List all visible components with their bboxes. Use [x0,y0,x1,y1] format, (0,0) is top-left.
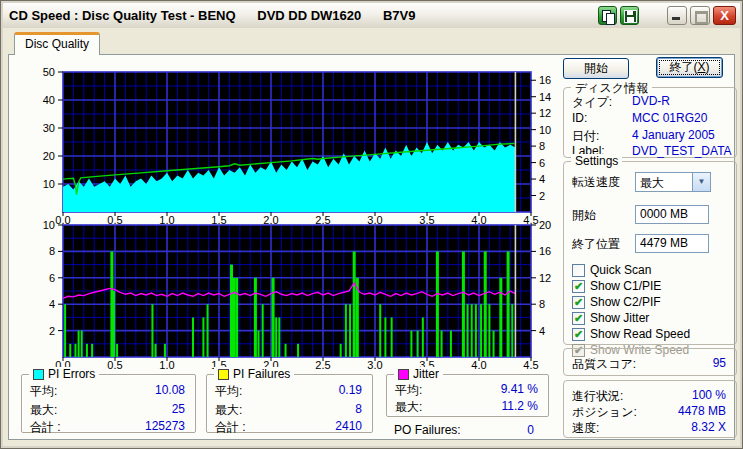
pi-errors-caption: PI Errors [48,367,95,381]
jitter-panel: Jitter 平均:9.41 % 最大:11.2 % [386,374,549,417]
start-button[interactable]: 開始 [563,58,629,79]
svg-text:16: 16 [539,74,551,86]
svg-text:20: 20 [539,221,551,231]
disc-info-panel: ディスク情報 タイプ:DVD-R ID:MCC 01RG20 日付:4 Janu… [563,87,737,158]
svg-text:4: 4 [539,325,545,337]
pi-failures-caption: PI Failures [233,367,290,381]
checkbox-label: Show C1/PIE [590,279,661,293]
save-button[interactable] [620,6,639,25]
speed-value: 8.32 X [691,420,726,434]
progress-value: 100 % [692,388,726,402]
checkbox-box[interactable]: ✔ [572,280,585,293]
pi-errors-total-label: 合計 : [30,419,61,436]
settings-caption: Settings [571,154,622,168]
save-icon [624,10,637,23]
jitter-max-value: 11.2 % [502,399,538,413]
minimize-button[interactable] [667,6,687,25]
svg-text:2: 2 [539,190,545,202]
title-bar-buttons: X [598,6,740,25]
transfer-speed-select[interactable]: 最大 ▼ [635,172,711,192]
svg-text:40: 40 [43,94,55,106]
quality-score-value: 95 [713,356,726,370]
svg-text:20: 20 [43,150,55,162]
progress-label: 進行状況: [572,388,623,405]
svg-text:4: 4 [539,173,545,185]
svg-text:4.5: 4.5 [523,359,538,371]
copy-button[interactable] [598,6,617,25]
pi-errors-avg-value: 10.08 [155,383,185,397]
start-position-input[interactable]: 0000 MB [635,205,709,224]
tab-disc-quality[interactable]: Disc Quality [14,32,100,55]
checkbox-label: Show Jitter [590,311,649,325]
pi-errors-max-label: 最大: [30,402,57,419]
svg-text:8: 8 [539,140,545,152]
end-position-label: 終了位置 [572,236,620,253]
disc-label-value: DVD_TEST_DATA [632,144,732,158]
checkbox-show-c1-pie[interactable]: ✔Show C1/PIE [572,279,661,293]
speed-label: 速度: [572,420,599,437]
position-label: ポジション: [572,404,637,421]
svg-text:4: 4 [49,298,55,310]
svg-text:12: 12 [539,107,551,119]
checkbox-label: Show C2/PIF [590,295,661,309]
pi-failures-total-label: 合計 : [215,419,246,436]
disc-quality-tab-page: 10203040502468101214160.00.51.01.52.02.5… [8,54,735,440]
pi-failures-total-value: 2410 [335,419,362,433]
svg-text:1.0: 1.0 [159,359,174,371]
checkbox-label: Quick Scan [590,263,651,277]
disc-id-value: MCC 01RG20 [632,111,707,125]
pi-errors-legend-swatch [33,369,44,380]
pi-errors-read-speed-chart: 10203040502468101214160.00.51.01.52.02.5… [31,60,559,226]
jitter-avg-label: 平均: [395,382,422,399]
svg-text:12: 12 [539,272,551,284]
chevron-down-icon[interactable]: ▼ [692,173,710,191]
svg-text:14: 14 [539,91,551,103]
svg-text:3.0: 3.0 [367,359,382,371]
pi-failures-panel: PI Failures 平均:0.19 最大:8 合計 :2410 [206,374,373,433]
disc-date-label: 日付: [572,128,599,145]
svg-text:10: 10 [43,178,55,190]
checkbox-show-read-speed[interactable]: ✔Show Read Speed [572,327,690,341]
window-title: CD Speed : Disc Quality Test - BENQ DVD … [3,8,598,23]
pi-errors-max-value: 25 [172,402,185,416]
checkbox-box[interactable]: ✔ [572,296,585,309]
svg-text:4.0: 4.0 [471,359,486,371]
maximize-button[interactable] [690,6,710,25]
svg-text:10: 10 [43,221,55,231]
po-failures-row: PO Failures: 0 [394,423,542,438]
checkbox-label: Show Read Speed [590,327,690,341]
svg-text:2: 2 [49,325,55,337]
disc-type-value: DVD-R [632,94,670,108]
start-position-label: 開始 [572,207,596,224]
pi-failures-max-label: 最大: [215,402,242,419]
checkbox-quick-scan[interactable]: ✔Quick Scan [572,263,651,277]
pi-errors-avg-label: 平均: [30,383,57,400]
settings-panel: Settings 転送速度 最大 ▼ 開始 0000 MB 終了位置 4479 … [563,161,737,345]
exit-button[interactable]: 終了(X) [656,57,723,78]
maximize-icon [695,11,708,24]
pi-failures-legend-swatch [218,369,229,380]
disc-type-label: タイプ: [572,94,612,111]
checkbox-box[interactable]: ✔ [572,328,585,341]
pi-failures-max-value: 8 [355,402,362,416]
jitter-legend-swatch [398,369,409,380]
close-icon: X [714,8,735,24]
checkbox-show-c2-pif[interactable]: ✔Show C2/PIF [572,295,661,309]
svg-text:8: 8 [49,245,55,257]
disc-date-value: 4 January 2005 [632,128,715,142]
pi-failures-jitter-chart: 246810481216200.00.51.01.52.02.53.03.54.… [31,221,559,373]
close-button[interactable]: X [713,6,736,25]
minimize-icon [672,17,680,20]
checkbox-box[interactable]: ✔ [572,312,585,325]
end-position-input[interactable]: 4479 MB [635,234,709,253]
quality-score-panel: 品質スコア:95 [563,348,737,376]
pi-errors-panel: PI Errors 平均:10.08 最大:25 合計 :125273 [21,374,196,433]
jitter-avg-value: 9.41 % [501,382,538,396]
checkbox-show-jitter[interactable]: ✔Show Jitter [572,311,649,325]
svg-text:6: 6 [49,272,55,284]
svg-text:2.5: 2.5 [315,359,330,371]
checkbox-box[interactable]: ✔ [572,264,585,277]
po-failures-value: 0 [527,423,534,437]
svg-text:50: 50 [43,66,55,78]
jitter-caption: Jitter [413,367,439,381]
